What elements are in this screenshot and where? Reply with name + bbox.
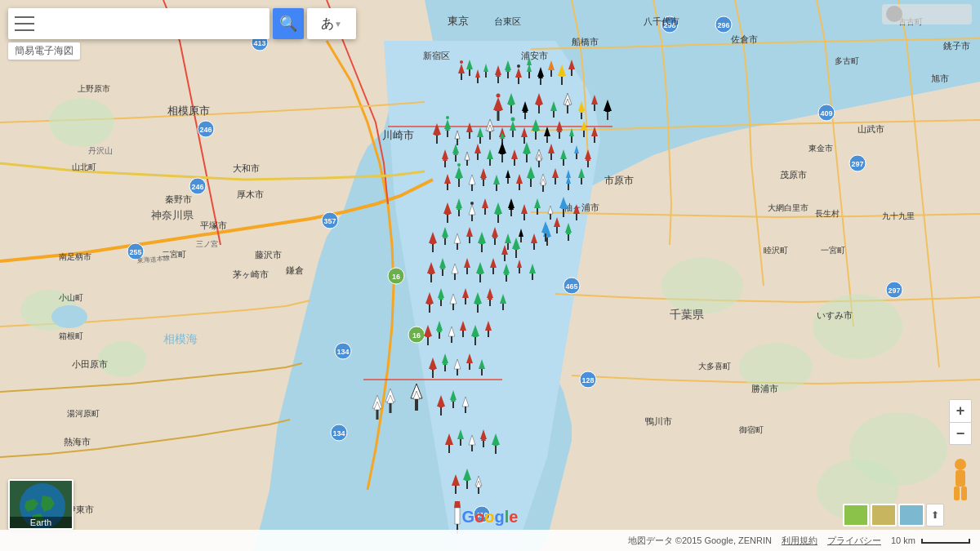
svg-rect-263: [457, 243, 458, 250]
svg-text:上野原市: 上野原市: [78, 84, 110, 93]
svg-rect-214: [519, 184, 520, 190]
svg-rect-120: [540, 78, 541, 85]
earth-thumbnail[interactable]: Earth: [8, 479, 74, 530]
svg-rect-432: [961, 487, 967, 500]
svg-text:銚子市: 銚子市: [943, 41, 970, 51]
zoom-in-button[interactable]: +: [949, 399, 972, 422]
svg-text:16: 16: [412, 331, 421, 340]
svg-rect-403: [497, 111, 500, 121]
svg-rect-273: [507, 243, 509, 250]
svg-rect-163: [583, 131, 585, 137]
search-icon: 🔍: [279, 15, 297, 33]
svg-rect-168: [444, 161, 446, 167]
svg-point-149: [511, 118, 515, 122]
svg-rect-103: [477, 78, 479, 83]
svg-rect-205: [471, 184, 473, 191]
map-layer-3[interactable]: [898, 504, 924, 527]
google-logo: Google: [462, 508, 519, 527]
svg-rect-151: [523, 137, 525, 144]
scale-label: 10 km: [891, 535, 970, 545]
svg-point-203: [457, 163, 461, 167]
svg-text:茅ヶ崎市: 茅ヶ崎市: [233, 269, 269, 279]
svg-text:相模原市: 相模原市: [167, 104, 210, 117]
zoom-out-button[interactable]: −: [949, 422, 972, 445]
svg-rect-338: [432, 370, 434, 378]
svg-rect-426: [607, 112, 608, 120]
svg-rect-233: [458, 210, 460, 216]
svg-text:睦沢町: 睦沢町: [764, 246, 788, 255]
svg-text:新宿区: 新宿区: [423, 51, 450, 60]
svg-rect-277: [533, 243, 535, 250]
svg-rect-326: [439, 332, 440, 339]
svg-text:山武市: 山武市: [858, 124, 884, 134]
svg-rect-382: [455, 508, 460, 524]
svg-rect-208: [483, 180, 484, 186]
svg-text:大和市: 大和市: [233, 163, 260, 173]
svg-text:市原市: 市原市: [604, 175, 634, 186]
svg-text:128: 128: [581, 376, 594, 384]
svg-rect-258: [432, 244, 434, 252]
layers-expand-button[interactable]: ⬆: [926, 504, 944, 527]
map-container[interactable]: 413 246 246 255 357 16 16 134 134 410 46…: [0, 0, 980, 551]
svg-rect-373: [495, 446, 497, 454]
svg-text:八千代市: 八千代市: [644, 16, 679, 26]
svg-text:船橋市: 船橋市: [572, 37, 599, 47]
svg-rect-194: [576, 153, 577, 159]
search-input[interactable]: [41, 17, 263, 30]
svg-rect-271: [494, 238, 496, 245]
svg-text:長生村: 長生村: [815, 209, 840, 218]
svg-rect-387: [545, 233, 546, 242]
svg-rect-238: [484, 208, 486, 215]
svg-rect-288: [454, 273, 456, 280]
svg-rect-161: [571, 136, 572, 143]
svg-rect-202: [458, 179, 460, 187]
svg-rect-182: [514, 159, 515, 166]
svg-text:297: 297: [851, 160, 863, 168]
svg-text:南足柄市: 南足柄市: [59, 252, 91, 261]
svg-text:一宮町: 一宮町: [821, 246, 845, 255]
svg-rect-148: [512, 131, 514, 137]
svg-rect-122: [550, 70, 552, 77]
search-button[interactable]: 🔍: [273, 8, 304, 39]
svg-rect-392: [568, 234, 569, 241]
svg-text:湯河原町: 湯河原町: [67, 409, 100, 418]
svg-rect-261: [444, 238, 446, 245]
pegman-button[interactable]: [949, 458, 972, 500]
svg-rect-265: [469, 237, 470, 243]
svg-text:297: 297: [888, 287, 900, 295]
svg-point-428: [886, 6, 902, 22]
map-layer-2[interactable]: [871, 504, 897, 527]
svg-text:浦安市: 浦安市: [521, 51, 548, 60]
privacy-link[interactable]: プライバシー: [827, 535, 881, 547]
svg-rect-138: [469, 132, 470, 139]
svg-rect-136: [457, 139, 458, 145]
earth-label: Earth: [10, 517, 72, 528]
input-mode-selector[interactable]: あ ▼: [307, 8, 356, 39]
svg-rect-381: [478, 487, 479, 494]
svg-rect-185: [526, 154, 528, 162]
svg-rect-328: [451, 336, 452, 343]
hamburger-button[interactable]: [15, 16, 34, 31]
svg-rect-345: [469, 363, 470, 370]
svg-text:16: 16: [392, 273, 400, 281]
svg-rect-431: [954, 487, 960, 500]
search-input-box[interactable]: [8, 8, 270, 39]
svg-text:山北町: 山北町: [72, 162, 96, 171]
svg-rect-410: [524, 113, 526, 119]
svg-text:千葉県: 千葉県: [670, 308, 704, 321]
svg-text:茂原市: 茂原市: [780, 170, 807, 180]
svg-rect-199: [447, 184, 448, 190]
svg-point-42: [813, 294, 902, 359]
svg-rect-217: [530, 179, 532, 187]
svg-rect-113: [518, 78, 519, 84]
svg-rect-268: [481, 244, 483, 252]
svg-text:秦野市: 秦野市: [165, 194, 192, 204]
svg-rect-394: [504, 255, 506, 261]
svg-rect-98: [461, 73, 462, 80]
map-layer-1[interactable]: [843, 504, 869, 527]
svg-rect-300: [519, 268, 520, 273]
svg-rect-308: [440, 300, 442, 306]
svg-rect-407: [510, 105, 512, 113]
terms-link[interactable]: 利用規約: [782, 535, 817, 547]
svg-rect-361: [465, 407, 466, 413]
